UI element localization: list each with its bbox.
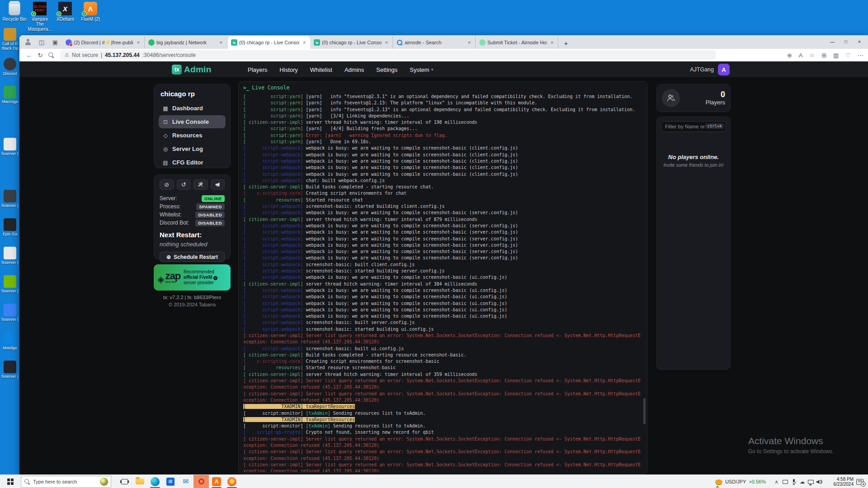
split-screen-icon[interactable]: ▣ <box>51 38 59 46</box>
tab-close-icon[interactable]: × <box>218 39 224 46</box>
read-aloud-icon[interactable]: A <box>799 52 803 59</box>
hidden-icons-chevron[interactable]: ∧ <box>772 475 781 488</box>
workspaces-icon[interactable]: ◫ <box>38 38 46 46</box>
desktop-icon-label: Epic Ga <box>3 232 17 236</box>
tab-close-icon[interactable]: × <box>383 39 390 46</box>
players-label: Players <box>706 99 725 106</box>
desktop-icon[interactable]: X✓XDefiant <box>52 2 78 32</box>
console-line: [ script:webpack] webpack is busy: we ar… <box>243 287 642 294</box>
taskbar-search[interactable]: Type here to search <box>21 476 111 488</box>
settings-menu-icon[interactable]: ⋯ <box>858 52 863 59</box>
currency-ticker-icon[interactable] <box>715 479 722 484</box>
mail-taskbar-icon[interactable]: ✉ <box>178 475 193 488</box>
nav-item-system[interactable]: System▾ <box>410 66 433 73</box>
url-field[interactable]: ⚠ Not secure | 45.137.205.44:30486/serve… <box>60 50 716 60</box>
desktop-icon[interactable]: fxserver ( <box>1 275 19 293</box>
console-scrollbar[interactable] <box>643 398 646 424</box>
security-label[interactable]: Not secure <box>72 52 98 58</box>
cfg-editor-icon: ▤ <box>162 160 169 166</box>
desktop-icon[interactable]: BLOOD HUNT✓Vampire TheMasquera... <box>27 2 52 32</box>
status-badge: SPAWNED <box>196 203 225 210</box>
onedrive-cloud-icon[interactable]: ☁ <box>798 475 807 488</box>
back-icon[interactable]: ← <box>24 50 35 61</box>
desktop-icon[interactable]: Epic Ga <box>1 218 19 236</box>
desktop-icon-label: fxserver ( <box>1 317 19 322</box>
zap-hosting-ad[interactable]: ◈ zap HOSTING Recommended official FiveM… <box>154 264 231 291</box>
brave-taskbar-icon[interactable] <box>224 475 240 488</box>
recycle-bin-icon <box>9 2 20 15</box>
network-icon[interactable] <box>807 475 815 488</box>
nav-item-history[interactable]: History <box>279 66 297 73</box>
browser-tab[interactable]: Submit Ticket - Airnode Hosting× <box>476 36 558 49</box>
desktop-icon[interactable]: fxserver ( <box>1 247 19 265</box>
sidebar-item-live-console[interactable]: ⊡Live Console <box>159 115 226 128</box>
desktop-icon[interactable]: Discord <box>1 58 19 76</box>
volume-icon[interactable] <box>815 475 824 488</box>
tab-title: airnode - Search <box>405 40 464 45</box>
nav-item-whitelist[interactable]: Whitelist <box>310 66 332 73</box>
sidebar-item-server-log[interactable]: ◎Server Log <box>159 142 226 155</box>
sidebar-icon[interactable]: ▥ <box>833 52 839 59</box>
collections-icon[interactable]: ⊞ <box>821 52 826 59</box>
desktop-icon[interactable]: Λ✓FiveM (2) <box>78 2 103 32</box>
browser-tab[interactable]: airnode - Search× <box>393 36 476 49</box>
desktop-icon[interactable]: fxserver ( <box>1 190 19 208</box>
stop-server-button[interactable]: ⊘ <box>160 179 174 190</box>
clock[interactable]: 4:58 PM 6/23/2024 <box>827 477 854 487</box>
browser-tab[interactable]: tx(0) chicago rp - Live Console× <box>310 36 393 49</box>
kill-server-button[interactable] <box>193 179 208 190</box>
desktop-icon[interactable]: Macroga <box>1 86 19 104</box>
app-icon <box>4 86 16 99</box>
sidebar-item-resources[interactable]: ◇Resources <box>159 129 226 142</box>
tab-close-icon[interactable]: × <box>135 39 142 46</box>
desktop-icon[interactable]: fxserver ( <box>1 361 19 379</box>
file-explorer-taskbar-icon[interactable] <box>132 475 147 488</box>
favorites-icon[interactable]: ☆ <box>809 52 815 59</box>
desktop-icon[interactable]: Msedge <box>1 332 19 350</box>
start-button[interactable] <box>0 475 21 488</box>
profile-icon[interactable] <box>24 38 32 46</box>
txadmin-logo[interactable]: tx Admin <box>172 65 212 75</box>
zoom-icon[interactable]: ⊕ <box>787 52 792 59</box>
nav-item-players[interactable]: Players <box>248 66 267 73</box>
browser-tab[interactable]: (2) Discord | #⚡|free-public-se× <box>62 36 145 49</box>
fivem-taskbar-icon[interactable]: Λ <box>209 475 224 488</box>
browser-tab[interactable]: tx(0) chicago rp - Live Console× <box>227 36 310 49</box>
microphone-icon[interactable] <box>789 475 798 488</box>
desktop-icon[interactable]: fxserver ( <box>1 304 19 322</box>
sidebar-item-dashboard[interactable]: ▦Dashboard <box>159 102 226 115</box>
search-icon[interactable] <box>46 50 57 61</box>
restart-server-button[interactable]: ↺ <box>177 179 191 190</box>
notification-center-icon[interactable]: 4 <box>856 479 863 485</box>
tab-close-icon[interactable]: × <box>466 39 472 46</box>
search-highlight-image[interactable] <box>100 478 108 486</box>
close-button[interactable]: × <box>853 35 866 48</box>
console-log[interactable]: [ script:yarn] [yarn] info "fsevents@2.3… <box>243 94 642 472</box>
maximize-button[interactable]: □ <box>839 35 853 48</box>
schedule-restart-button[interactable]: ⊕ Schedule Restart <box>160 252 225 262</box>
new-tab-button[interactable]: + <box>560 37 572 49</box>
nav-item-settings[interactable]: Settings <box>376 66 397 73</box>
browser-essentials-icon[interactable]: ♡ <box>845 52 851 59</box>
announce-button[interactable] <box>211 179 225 190</box>
sidebar-item-cfg-editor[interactable]: ▤CFG Editor <box>159 156 226 169</box>
refresh-icon[interactable]: ↻ <box>35 50 46 61</box>
avatar[interactable]: A <box>718 64 730 75</box>
chevron-down-icon: ▾ <box>431 67 434 72</box>
browser-tab[interactable]: big jaybandz | Network× <box>145 36 227 49</box>
taskview-taskbar-icon[interactable] <box>117 475 132 488</box>
minimize-button[interactable]: — <box>826 35 839 48</box>
desktop-icon[interactable]: fxserver ( <box>1 138 19 156</box>
teams-window-icon[interactable] <box>781 475 789 488</box>
tab-close-icon[interactable]: × <box>549 39 555 46</box>
desktop-icon[interactable]: Recycle Bin <box>2 2 27 32</box>
store-taskbar-icon[interactable]: ⊞ <box>163 475 178 488</box>
user-menu[interactable]: AJTGang A <box>690 61 730 78</box>
taskbar-apps: ⊞✉Λ <box>117 475 240 488</box>
nav-item-admins[interactable]: Admins <box>344 66 364 73</box>
ticker-pair[interactable]: USD/JPY <box>725 479 746 484</box>
tab-close-icon[interactable]: × <box>301 39 307 46</box>
ticker-change[interactable]: +0.56% <box>749 479 766 484</box>
edge-taskbar-icon[interactable] <box>147 475 163 488</box>
opera-taskbar-icon[interactable] <box>193 475 209 488</box>
